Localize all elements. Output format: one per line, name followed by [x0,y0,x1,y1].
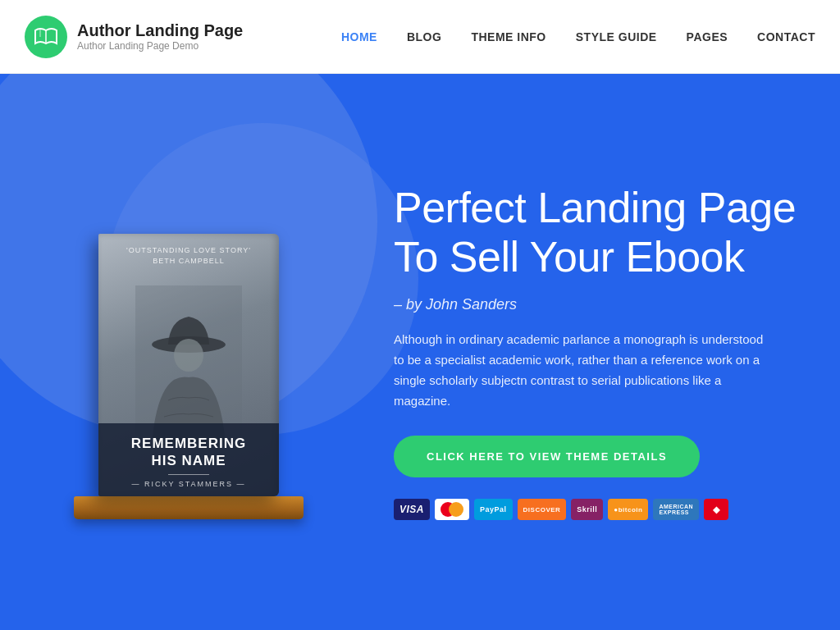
logo-area: Author Landing Page Author Landing Page … [25,16,243,58]
nav-theme-info[interactable]: THEME INFO [471,30,546,43]
logo-title: Author Landing Page [77,21,243,40]
hero-description: Although in ordinary academic parlance a… [394,330,771,411]
logo-subtitle: Author Landing Page Demo [77,40,243,52]
book-cover: 'OUTSTANDING LOVE STORY'BETH CAMPBELL [98,234,279,496]
payment-mastercard [435,499,469,520]
book-author-name: — RICKY STAMMERS — [107,480,271,488]
payment-discover: DISCOVER [518,499,567,520]
payment-paypal: PayPal [474,499,513,520]
hero-content: Perfect Landing Page To Sell Your Ebook … [377,184,840,521]
hero-author: – by John Sanders [394,296,799,313]
svg-point-2 [174,339,203,372]
payment-visa: VISA [394,499,430,520]
book-main-title: REMEMBERING HIS NAME [107,435,271,470]
header: Author Landing Page Author Landing Page … [0,0,840,74]
payment-icons: VISA PayPal DISCOVER Skrill ●bitcoin AME… [394,499,799,520]
book-title-area: REMEMBERING HIS NAME — RICKY STAMMERS — [98,423,279,497]
payment-skrill: Skrill [571,499,603,520]
book-shelf [74,496,304,519]
payment-world: ◆ [704,499,728,520]
nav-contact[interactable]: CONTACT [757,30,815,43]
cta-button[interactable]: CLICK HERE TO VIEW THEME DETAILS [394,436,700,477]
main-nav: HOME BLOG THEME INFO STYLE GUIDE PAGES C… [341,30,815,43]
nav-style-guide[interactable]: STYLE GUIDE [576,30,657,43]
book-divider [168,474,209,475]
hero-title: Perfect Landing Page To Sell Your Ebook [394,184,799,282]
nav-pages[interactable]: PAGES [687,30,728,43]
logo-text: Author Landing Page Author Landing Page … [77,21,243,52]
payment-amex: AMERICANEXPRESS [653,499,699,520]
logo-icon [25,16,67,58]
hero-section: 'OUTSTANDING LOVE STORY'BETH CAMPBELL [0,74,840,630]
nav-home[interactable]: HOME [341,30,377,43]
book-wrapper: 'OUTSTANDING LOVE STORY'BETH CAMPBELL [74,234,304,519]
payment-bitcoin: ●bitcoin [608,499,648,520]
book-area: 'OUTSTANDING LOVE STORY'BETH CAMPBELL [0,185,377,519]
nav-blog[interactable]: BLOG [407,30,441,43]
